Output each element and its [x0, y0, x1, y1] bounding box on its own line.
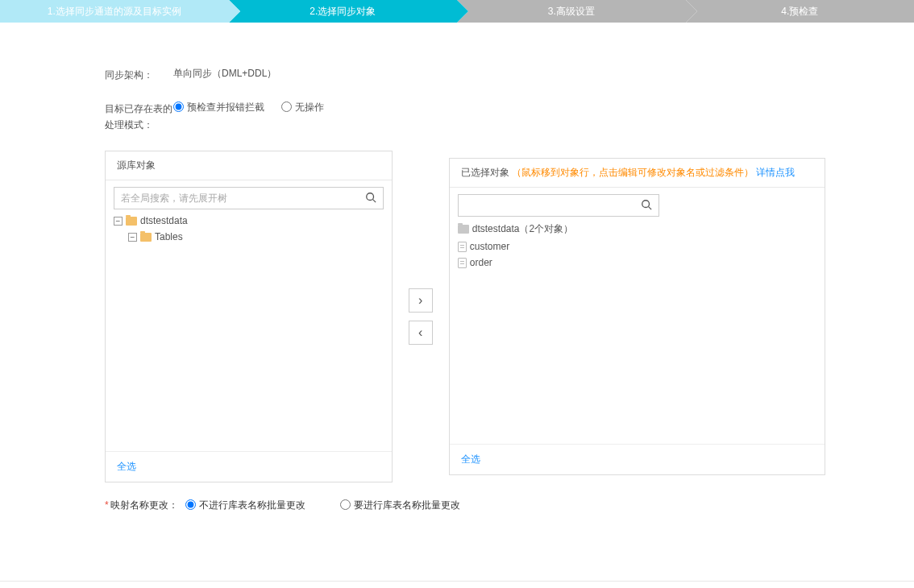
handle-mode-radio-check[interactable]	[173, 101, 184, 112]
source-search-button[interactable]	[359, 188, 383, 209]
mapping-radio-yes[interactable]	[340, 499, 351, 510]
svg-point-2	[642, 200, 650, 207]
target-table-order[interactable]: order	[458, 255, 816, 271]
handle-opt2-label: 无操作	[295, 101, 324, 113]
mapping-opt2-label: 要进行库表名称批量更改	[354, 499, 460, 511]
target-panel: 已选择对象 （鼠标移到对象行，点击编辑可修改对象名或过滤条件） 详情点我	[449, 158, 825, 475]
sync-mode-value: 单向同步（DML+DDL）	[173, 67, 825, 83]
step-2-label: 2.选择同步对象	[310, 6, 376, 17]
folder-icon	[458, 225, 469, 234]
handle-mode-option-check[interactable]: 预检查并报错拦截	[173, 101, 264, 113]
handle-mode-option-noop[interactable]: 无操作	[281, 101, 324, 113]
svg-point-0	[367, 193, 374, 200]
collapse-icon[interactable]: −	[114, 217, 123, 226]
handle-mode-label: 目标已存在表的处理模式：	[105, 101, 173, 133]
transfer-arrows: › ‹	[409, 288, 433, 345]
move-left-button[interactable]: ‹	[409, 321, 433, 345]
mapping-label: 映射名称更改：	[110, 499, 178, 511]
table-icon	[458, 258, 467, 268]
mapping-radio-no[interactable]	[185, 499, 196, 510]
target-search	[458, 194, 659, 217]
folder-icon	[126, 217, 137, 226]
table-icon	[458, 242, 467, 252]
target-db-label: dtstestdata（2个对象）	[472, 222, 573, 236]
svg-line-1	[372, 199, 376, 202]
step-3[interactable]: 3.高级设置	[457, 0, 686, 23]
tree-db-node[interactable]: − dtstestdata	[114, 213, 384, 229]
source-panel: 源库对象 − dtstestdata	[105, 151, 393, 482]
target-panel-title: 已选择对象	[461, 167, 509, 178]
sync-mode-label: 同步架构：	[105, 67, 173, 83]
tree-tables-node[interactable]: − Tables	[128, 229, 384, 245]
target-search-button[interactable]	[634, 195, 658, 216]
move-right-button[interactable]: ›	[409, 288, 433, 313]
target-t1-label: customer	[470, 241, 509, 252]
target-search-input[interactable]	[459, 195, 634, 216]
search-icon	[641, 199, 652, 213]
folder-icon	[140, 233, 152, 242]
mapping-option-yes[interactable]: 要进行库表名称批量更改	[340, 499, 460, 511]
collapse-icon[interactable]: −	[128, 233, 137, 242]
source-panel-title: 源库对象	[106, 151, 392, 180]
handle-mode-radio-noop[interactable]	[281, 101, 292, 112]
search-icon	[365, 192, 376, 205]
target-panel-hint: （鼠标移到对象行，点击编辑可修改对象名或过滤条件）	[512, 167, 754, 178]
step-1-label: 1.选择同步通道的源及目标实例	[48, 6, 181, 17]
source-select-all-link[interactable]: 全选	[117, 461, 136, 472]
step-2[interactable]: 2.选择同步对象	[229, 0, 458, 23]
chevron-right-icon: ›	[418, 293, 422, 308]
step-4-label: 4.预检查	[781, 6, 818, 17]
target-tree[interactable]: dtstestdata（2个对象） customer order	[450, 217, 825, 444]
source-search	[114, 187, 384, 209]
target-detail-link[interactable]: 详情点我	[756, 167, 795, 178]
svg-line-3	[648, 206, 651, 209]
tree-tables-label: Tables	[155, 231, 183, 242]
footer-actions: 取消 上一步 下一步	[0, 581, 914, 588]
step-3-label: 3.高级设置	[548, 6, 595, 17]
mapping-opt1-label: 不进行库表名称批量更改	[199, 499, 305, 511]
target-table-customer[interactable]: customer	[458, 238, 816, 255]
chevron-left-icon: ‹	[418, 325, 422, 340]
tree-db-label: dtstestdata	[140, 215, 188, 226]
handle-opt1-label: 预检查并报错拦截	[187, 101, 264, 113]
step-1[interactable]: 1.选择同步通道的源及目标实例	[0, 0, 229, 23]
mapping-option-no[interactable]: 不进行库表名称批量更改	[185, 499, 305, 511]
source-tree[interactable]: − dtstestdata − Tables	[106, 209, 392, 451]
target-select-all-link[interactable]: 全选	[461, 453, 480, 465]
wizard-steps: 1.选择同步通道的源及目标实例 2.选择同步对象 3.高级设置 4.预检查	[0, 0, 914, 23]
target-db-node[interactable]: dtstestdata（2个对象）	[458, 220, 816, 238]
step-4[interactable]: 4.预检查	[686, 0, 915, 23]
source-search-input[interactable]	[114, 188, 359, 209]
required-star: *	[105, 499, 109, 511]
target-t2-label: order	[470, 257, 492, 268]
